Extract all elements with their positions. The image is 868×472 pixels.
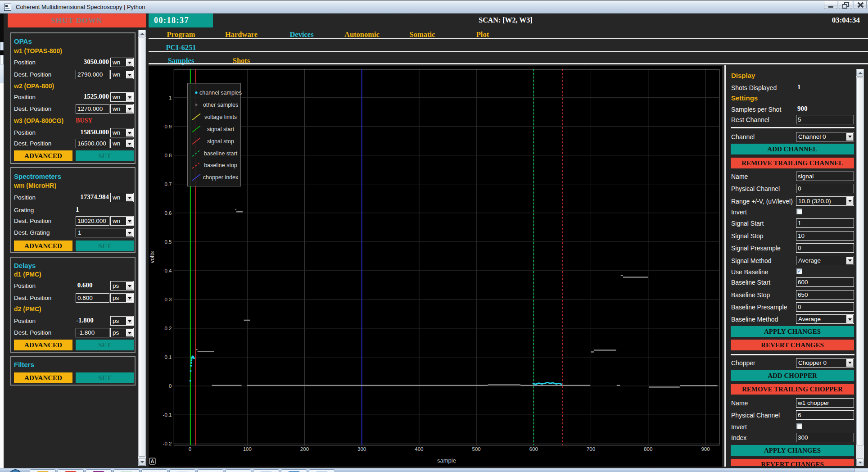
notification-area[interactable]	[854, 468, 868, 472]
set-button[interactable]: SET	[76, 372, 134, 383]
scroll-down-icon[interactable]	[138, 458, 146, 466]
signal-presample-input[interactable]: 0	[796, 243, 854, 253]
name-input[interactable]: w1 chopper	[796, 398, 854, 408]
combo-dropdown-icon[interactable]	[126, 282, 133, 290]
scroll-down-icon[interactable]	[856, 458, 864, 466]
minimize-button[interactable]	[824, 1, 837, 9]
units-combobox[interactable]: wn	[110, 104, 134, 113]
units-combobox[interactable]: ps	[110, 293, 134, 303]
sidebar-scrollbar-thumb[interactable]	[138, 38, 146, 457]
combo-dropdown-icon[interactable]	[126, 71, 133, 78]
units-combobox[interactable]: wn	[110, 139, 134, 148]
combo-dropdown-icon[interactable]	[126, 140, 133, 147]
name-input[interactable]: signal	[796, 172, 854, 181]
tab-hardware[interactable]: Hardware	[211, 30, 271, 38]
physical-channel-input[interactable]: 6	[796, 410, 854, 420]
set-button[interactable]: SET	[76, 241, 134, 251]
remove-trailing-chopper-button[interactable]: REMOVE TRAILING CHOPPER	[731, 384, 854, 395]
panel-splitter[interactable]	[724, 65, 726, 467]
window-titlebar[interactable]: Coherent Multidimensional Spectroscopy |…	[0, 0, 868, 14]
units-combobox[interactable]: ps	[110, 316, 134, 326]
units-combobox[interactable]: wn	[110, 70, 134, 79]
use-baseline-checkbox[interactable]: ✓	[796, 268, 802, 274]
rest-channel-input[interactable]: 5	[796, 115, 854, 124]
destination-input[interactable]: 0.600	[76, 293, 109, 303]
destination-input[interactable]: 16500.000	[76, 139, 109, 148]
baseline-presample-input[interactable]: 0	[796, 302, 854, 312]
remove-trailing-channel-button[interactable]: REMOVE TRAILING CHANNEL	[731, 158, 854, 168]
signal-start-input[interactable]: 1	[796, 218, 854, 228]
destination-input[interactable]: 18020.000	[76, 216, 109, 226]
apply-changes-button[interactable]: APPLY CHANGES	[731, 326, 854, 337]
baseline-method-combobox[interactable]: Average	[796, 314, 854, 324]
combo-dropdown-icon[interactable]	[846, 257, 853, 264]
advanced-button[interactable]: ADVANCED	[14, 372, 72, 383]
advanced-button[interactable]: ADVANCED	[14, 241, 72, 251]
combo-dropdown-icon[interactable]	[846, 359, 853, 367]
tab-program[interactable]: Program	[151, 30, 211, 38]
restore-button[interactable]	[839, 1, 852, 9]
tab-devices[interactable]: Devices	[271, 30, 332, 38]
advanced-button[interactable]: ADVANCED	[14, 340, 72, 350]
combo-dropdown-icon[interactable]	[126, 93, 133, 101]
invert-checkbox[interactable]	[796, 209, 802, 214]
units-combobox[interactable]: wn	[110, 216, 134, 226]
apply-changes-button[interactable]: APPLY CHANGES	[731, 445, 854, 456]
baseline-start-input[interactable]: 600	[796, 277, 854, 287]
taskbar-button[interactable]	[86, 469, 112, 472]
units-combobox[interactable]: wn	[110, 128, 134, 137]
settings-scrollbar-thumb[interactable]	[856, 77, 864, 445]
combo-dropdown-icon[interactable]	[846, 197, 853, 205]
set-button[interactable]: SET	[76, 340, 134, 350]
combo-dropdown-icon[interactable]	[126, 317, 133, 325]
combo-dropdown-icon[interactable]	[126, 294, 133, 302]
start-button[interactable]	[9, 469, 22, 472]
signal-stop-input[interactable]: 10	[796, 231, 854, 241]
combo-dropdown-icon[interactable]	[126, 194, 133, 201]
advanced-button[interactable]: ADVANCED	[14, 150, 72, 161]
set-button[interactable]: SET	[76, 150, 134, 161]
taskbar-button[interactable]	[197, 469, 223, 472]
tab-device-pci-6251[interactable]: PCI-6251	[151, 43, 211, 51]
taskbar-button[interactable]	[169, 469, 195, 472]
samples-plot[interactable]: 0100200300400500600700800900-0.2-0.100.1…	[149, 66, 722, 467]
baseline-stop-input[interactable]: 650	[796, 290, 854, 300]
combo-dropdown-icon[interactable]	[126, 217, 133, 225]
taskbar-button[interactable]	[253, 469, 279, 472]
destination-input[interactable]: 1270.000	[76, 104, 109, 113]
scroll-up-icon[interactable]	[138, 30, 146, 37]
combo-dropdown-icon[interactable]	[126, 105, 133, 113]
units-combobox[interactable]: wn	[110, 193, 134, 202]
shutdown-button[interactable]: SHUT DOWN	[8, 14, 146, 27]
autoscale-button[interactable]: A	[149, 458, 155, 464]
units-combobox[interactable]: wn	[110, 58, 134, 67]
tab-plot[interactable]: Plot	[452, 30, 513, 38]
taskbar-button[interactable]	[281, 469, 307, 472]
taskbar-button[interactable]	[309, 469, 335, 472]
signal-method-combobox[interactable]: Average	[796, 256, 854, 265]
units-combobox[interactable]: ps	[110, 281, 134, 290]
settings-scrollbar[interactable]	[856, 69, 864, 466]
taskbar-button[interactable]	[141, 469, 167, 472]
sidebar-scrollbar[interactable]	[138, 30, 146, 466]
combo-dropdown-icon[interactable]	[846, 133, 853, 141]
taskbar-button[interactable]	[225, 469, 251, 472]
revert-changes-button[interactable]: REVERT CHANGES	[731, 459, 854, 466]
combo-dropdown-icon[interactable]	[126, 329, 133, 336]
combo-dropdown-icon[interactable]	[126, 59, 133, 66]
invert-checkbox[interactable]	[796, 423, 802, 429]
combo-dropdown-icon[interactable]	[126, 129, 133, 136]
windows-taskbar[interactable]	[0, 468, 868, 472]
add-chopper-button[interactable]: ADD CHOPPER	[731, 370, 854, 381]
scroll-up-icon[interactable]	[856, 69, 864, 77]
channel-combobox[interactable]: Channel 0	[796, 132, 854, 141]
range-v-uv-level--combobox[interactable]: 10.0 (320.0)	[796, 196, 854, 206]
physical-channel-input[interactable]: 0	[796, 184, 854, 193]
add-channel-button[interactable]: ADD CHANNEL	[731, 144, 854, 154]
units-combobox[interactable]: wn	[110, 92, 134, 102]
destination-input[interactable]: -1.800	[76, 328, 109, 337]
taskbar-button[interactable]	[30, 469, 56, 472]
chopper-combobox[interactable]: Chopper 0	[796, 358, 854, 368]
units-combobox[interactable]: ps	[110, 328, 134, 337]
taskbar-button[interactable]	[113, 469, 140, 472]
